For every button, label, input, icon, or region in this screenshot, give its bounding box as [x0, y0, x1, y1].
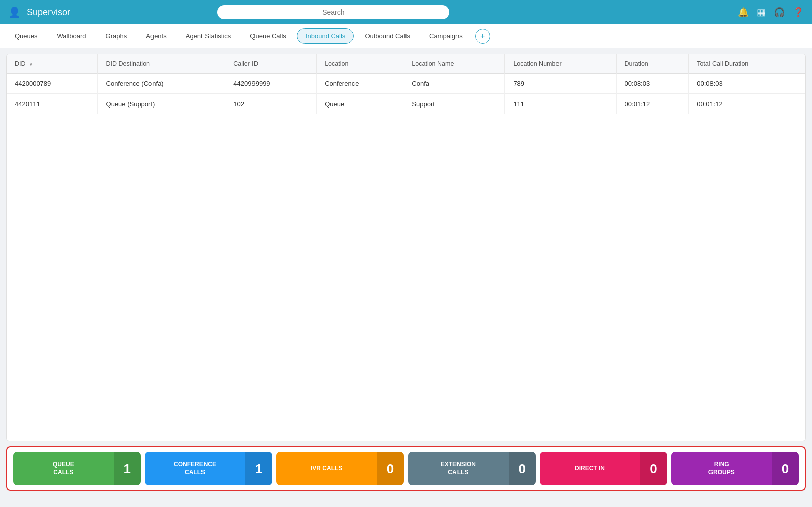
stat-value-area-direct-in: 0	[640, 452, 667, 485]
app-title: Supervisor	[27, 7, 70, 18]
col-location-name[interactable]: Location Name	[403, 54, 505, 74]
col-did-label: DID	[15, 60, 26, 67]
stat-value-area-ivr-calls: 0	[377, 452, 404, 485]
header: 👤 Supervisor 🔔 ▦ 🎧 ❓	[0, 0, 812, 24]
main-content: DID ∧ DID Destination Caller ID Location…	[6, 54, 806, 441]
table-cell-3: Queue	[317, 94, 403, 114]
col-location-number[interactable]: Location Number	[505, 54, 616, 74]
tabs-bar: Queues Wallboard Graphs Agents Agent Sta…	[0, 24, 812, 48]
stat-label-area-extension-calls: EXTENSION CALLS	[408, 452, 509, 485]
stat-label-queue-calls: QUEUE CALLS	[53, 461, 74, 476]
tab-agents[interactable]: Agents	[137, 28, 175, 44]
sort-indicator: ∧	[29, 61, 33, 67]
stat-card-conference-calls: CONFERENCE CALLS1	[145, 452, 273, 485]
tab-inbound-calls[interactable]: Inbound Calls	[297, 28, 354, 44]
table-cell-3: Conference	[317, 74, 403, 94]
table-cell-4: Confa	[403, 74, 505, 94]
headset-icon[interactable]: 🎧	[774, 7, 785, 18]
table-cell-2: 4420999999	[225, 74, 317, 94]
footer-stats: QUEUE CALLS1CONFERENCE CALLS1IVR CALLS0E…	[6, 446, 806, 491]
table-row: 4420111Queue (Support)102QueueSupport111…	[7, 94, 805, 114]
table-cell-7: 00:01:12	[689, 94, 805, 114]
stat-value-area-ring-groups: 0	[772, 452, 799, 485]
table-container[interactable]: DID ∧ DID Destination Caller ID Location…	[7, 54, 805, 441]
col-did[interactable]: DID ∧	[7, 54, 97, 74]
tab-queue-calls[interactable]: Queue Calls	[241, 28, 295, 44]
bell-icon[interactable]: 🔔	[738, 7, 749, 18]
search-input[interactable]	[217, 5, 449, 19]
table-header-row: DID ∧ DID Destination Caller ID Location…	[7, 54, 805, 74]
stat-value-direct-in: 0	[650, 461, 657, 477]
table-cell-5: 111	[505, 94, 616, 114]
stat-value-area-conference-calls: 1	[245, 452, 272, 485]
stat-value-ring-groups: 0	[782, 461, 789, 477]
stat-label-conference-calls: CONFERENCE CALLS	[174, 461, 216, 476]
stat-value-ivr-calls: 0	[387, 461, 394, 477]
help-icon[interactable]: ❓	[793, 7, 804, 18]
table-cell-6: 00:01:12	[616, 94, 689, 114]
tab-agent-statistics[interactable]: Agent Statistics	[177, 28, 240, 44]
stat-label-area-ivr-calls: IVR CALLS	[276, 452, 377, 485]
grid-icon[interactable]: ▦	[757, 7, 766, 18]
tab-outbound-calls[interactable]: Outbound Calls	[356, 28, 419, 44]
stat-label-extension-calls: EXTENSION CALLS	[441, 461, 476, 476]
table-cell-1: Conference (Confa)	[97, 74, 225, 94]
stat-label-ring-groups: RING GROUPS	[708, 461, 735, 476]
col-did-destination[interactable]: DID Destination	[97, 54, 225, 74]
stat-label-area-conference-calls: CONFERENCE CALLS	[145, 452, 245, 485]
col-total-call-duration[interactable]: Total Call Duration	[689, 54, 805, 74]
stat-value-extension-calls: 0	[518, 461, 525, 477]
tab-queues[interactable]: Queues	[6, 28, 46, 44]
table-cell-4: Support	[403, 94, 505, 114]
stat-card-queue-calls: QUEUE CALLS1	[13, 452, 141, 485]
stat-card-ivr-calls: IVR CALLS0	[276, 452, 404, 485]
user-icon: 👤	[8, 6, 21, 18]
stat-card-direct-in: DIRECT IN0	[540, 452, 668, 485]
col-caller-id[interactable]: Caller ID	[225, 54, 317, 74]
tab-graphs[interactable]: Graphs	[97, 28, 136, 44]
tab-campaigns[interactable]: Campaigns	[421, 28, 471, 44]
stat-value-conference-calls: 1	[255, 461, 262, 477]
col-duration[interactable]: Duration	[616, 54, 689, 74]
table-cell-2: 102	[225, 94, 317, 114]
table-row: 4420000789Conference (Confa)4420999999Co…	[7, 74, 805, 94]
stat-label-area-queue-calls: QUEUE CALLS	[13, 452, 114, 485]
inbound-calls-table: DID ∧ DID Destination Caller ID Location…	[7, 54, 805, 114]
stat-value-area-extension-calls: 0	[509, 452, 536, 485]
table-cell-0: 4420111	[7, 94, 97, 114]
stat-value-queue-calls: 1	[123, 461, 130, 477]
stat-value-area-queue-calls: 1	[114, 452, 141, 485]
stat-card-ring-groups: RING GROUPS0	[671, 452, 799, 485]
add-tab-button[interactable]: +	[475, 29, 490, 44]
tab-wallboard[interactable]: Wallboard	[48, 28, 95, 44]
stat-label-area-direct-in: DIRECT IN	[540, 452, 640, 485]
stat-card-extension-calls: EXTENSION CALLS0	[408, 452, 536, 485]
stat-label-ivr-calls: IVR CALLS	[311, 465, 342, 473]
table-cell-5: 789	[505, 74, 616, 94]
stat-label-direct-in: DIRECT IN	[575, 465, 605, 473]
table-cell-1: Queue (Support)	[97, 94, 225, 114]
col-location[interactable]: Location	[317, 54, 403, 74]
stat-label-area-ring-groups: RING GROUPS	[671, 452, 772, 485]
table-cell-0: 4420000789	[7, 74, 97, 94]
table-cell-6: 00:08:03	[616, 74, 689, 94]
table-cell-7: 00:08:03	[689, 74, 805, 94]
header-icons: 🔔 ▦ 🎧 ❓	[738, 7, 804, 18]
